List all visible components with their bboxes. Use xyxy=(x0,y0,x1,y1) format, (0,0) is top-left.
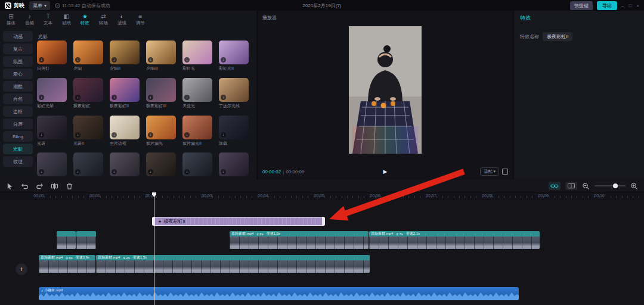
effect-thumbnail[interactable]: ↓ xyxy=(37,41,67,64)
effect-category-item[interactable]: Bling xyxy=(3,131,33,142)
video-clip-bottom-1[interactable]: 原始素材.mp4 0.6s 变速0.9x xyxy=(39,255,95,273)
media-tab[interactable]: ★ 特效 xyxy=(76,13,94,27)
effect-thumbnail[interactable]: ↓ xyxy=(146,116,176,139)
effect-thumbnail[interactable]: ↓ xyxy=(182,41,212,64)
video-clip-bottom-2[interactable]: 原始素材.mp4 4.2s 变速1.3x xyxy=(96,255,370,273)
effect-item[interactable]: ↓ xyxy=(37,152,67,180)
effect-item[interactable]: ↓ 极夜彩虹 xyxy=(73,78,103,111)
effect-category-item[interactable]: 动感 xyxy=(3,31,33,42)
redo-icon[interactable] xyxy=(36,182,44,190)
effect-thumbnail[interactable]: ↓ xyxy=(37,152,67,176)
effect-category-item[interactable]: 边框 xyxy=(3,106,33,117)
media-tab[interactable]: ≡ 调节 xyxy=(132,13,149,27)
effect-thumbnail[interactable]: ↓ xyxy=(182,116,212,139)
effect-item[interactable]: ↓ 光斑II xyxy=(73,116,103,149)
effect-item[interactable]: ↓ 夕阳 xyxy=(73,41,103,74)
effect-category-item[interactable]: 氛围 xyxy=(3,56,33,67)
effect-item[interactable]: ↓ xyxy=(182,152,212,180)
media-tab[interactable]: T 文本 xyxy=(39,13,57,27)
playhead[interactable] xyxy=(154,192,154,305)
undo-icon[interactable] xyxy=(21,182,29,190)
zoom-slider-knob[interactable] xyxy=(613,183,618,188)
video-clip-top-2[interactable]: 原始素材.mp4 2.7s 变速2.1x xyxy=(369,231,540,249)
menu-button[interactable]: 菜单 ▾ xyxy=(29,1,50,10)
effect-item[interactable]: ↓ xyxy=(73,152,103,180)
effect-item[interactable]: ↓ 极夜彩虹II xyxy=(110,78,140,111)
media-tab[interactable]: ⊞ 媒体 xyxy=(2,13,20,27)
effect-thumbnail[interactable]: ↓ xyxy=(219,78,249,102)
effect-thumbnail[interactable]: ↓ xyxy=(110,116,140,139)
effect-item[interactable]: ↓ 夕阳II xyxy=(110,41,140,74)
effect-thumbnail[interactable]: ↓ xyxy=(73,41,103,64)
effect-thumbnail[interactable]: ↓ xyxy=(37,78,67,102)
effect-category-item[interactable]: 自然 xyxy=(3,94,33,104)
effect-category-item[interactable]: 光影 xyxy=(3,144,33,154)
effect-item[interactable]: ↓ xyxy=(219,152,249,180)
media-tab[interactable]: ◧ 贴纸 xyxy=(58,13,75,27)
effect-thumbnail[interactable]: ↓ xyxy=(219,152,249,176)
effect-item[interactable]: ↓ 彩虹光II xyxy=(219,41,249,74)
effect-category-item[interactable]: 纹理 xyxy=(3,156,33,167)
video-clip-mini-1[interactable] xyxy=(57,231,76,249)
zoom-in-icon[interactable] xyxy=(630,182,638,190)
effect-thumbnail[interactable]: ↓ xyxy=(110,152,140,176)
effect-thumbnail[interactable]: ↓ xyxy=(146,78,176,102)
effect-item[interactable]: ↓ 加载 xyxy=(219,116,249,149)
audio-clip[interactable]: ♪ 小确幸.mp3 xyxy=(39,287,519,300)
link-toggle-button[interactable] xyxy=(549,182,561,190)
effect-category-item[interactable]: 爱心 xyxy=(3,69,33,79)
export-button[interactable]: 导出 xyxy=(597,1,617,10)
effect-item[interactable]: ↓ 照片边框 xyxy=(110,116,140,149)
timeline-ruler[interactable]: 00:0000:0100:0200:0300:0400:0500:0600:07… xyxy=(0,192,644,200)
effect-thumbnail[interactable]: ↓ xyxy=(110,41,140,64)
play-button[interactable]: ▶ xyxy=(383,169,388,175)
effect-item[interactable]: ↓ 光斑 xyxy=(37,116,67,149)
add-media-button[interactable]: + xyxy=(16,263,27,275)
effect-item[interactable]: ↓ 彩虹光晕 xyxy=(37,78,67,111)
video-clip-mini-2[interactable] xyxy=(76,231,96,249)
effect-category-item[interactable]: 分屏 xyxy=(3,119,33,129)
effect-category-item[interactable]: 潮酷 xyxy=(3,81,33,92)
video-preview[interactable] xyxy=(349,26,422,154)
effect-category-item[interactable]: 复古 xyxy=(3,43,33,54)
maximize-icon[interactable]: □ xyxy=(628,3,631,8)
effect-thumbnail[interactable]: ↓ xyxy=(219,116,249,139)
shortcut-button[interactable]: 快捷键 xyxy=(570,1,593,10)
effect-item[interactable]: ↓ 日落灯 xyxy=(37,41,67,74)
effect-item[interactable]: ↓ 极夜彩虹III xyxy=(146,78,176,111)
effect-thumbnail[interactable]: ↓ xyxy=(110,78,140,102)
delete-icon[interactable] xyxy=(66,182,73,190)
media-tab[interactable]: ⇄ 转场 xyxy=(95,13,112,27)
effect-item[interactable]: ↓ 夕阳III xyxy=(146,41,176,74)
effect-item[interactable]: ↓ 丁达尔光线 xyxy=(219,78,249,111)
zoom-out-icon[interactable] xyxy=(582,182,590,190)
close-icon[interactable]: × xyxy=(636,3,639,8)
effect-thumbnail[interactable]: ↓ xyxy=(146,41,176,64)
effect-thumbnail[interactable]: ↓ xyxy=(73,116,103,139)
effect-item[interactable]: ↓ 天使光 xyxy=(182,78,212,111)
clip-trim-handle-right[interactable] xyxy=(322,217,325,226)
media-tab[interactable]: ♪ 音频 xyxy=(21,13,38,27)
effect-thumbnail[interactable]: ↓ xyxy=(73,152,103,176)
split-clip-icon[interactable] xyxy=(51,182,58,190)
fullscreen-icon[interactable] xyxy=(502,169,508,175)
effect-clip-selected[interactable]: ★ 极夜彩虹II xyxy=(152,217,325,226)
effect-thumbnail[interactable]: ↓ xyxy=(146,152,176,176)
timeline-zoom-slider[interactable] xyxy=(595,185,626,186)
preview-axis-button[interactable] xyxy=(565,182,577,190)
properties-tab-effect[interactable]: 特效 xyxy=(520,14,531,22)
effect-thumbnail[interactable]: ↓ xyxy=(182,78,212,102)
effect-item[interactable]: ↓ 彩虹光 xyxy=(182,41,212,74)
video-clip-top-1[interactable]: 原始素材.mp4 2.6s 变速1.0x xyxy=(230,231,369,249)
minimize-icon[interactable]: – xyxy=(621,3,624,8)
media-tab[interactable]: ◐ 滤镜 xyxy=(113,13,131,27)
fit-mode-dropdown[interactable]: 适配 ▾ xyxy=(480,167,499,176)
effect-item[interactable]: ↓ xyxy=(146,152,176,180)
effect-thumbnail[interactable]: ↓ xyxy=(37,116,67,139)
effect-item[interactable]: ↓ 胶片漏光II xyxy=(182,116,212,149)
effect-item[interactable]: ↓ xyxy=(110,152,140,180)
effect-thumbnail[interactable]: ↓ xyxy=(73,78,103,102)
effect-item[interactable]: ↓ 胶片漏光 xyxy=(146,116,176,149)
effect-thumbnail[interactable]: ↓ xyxy=(219,41,249,64)
effect-thumbnail[interactable]: ↓ xyxy=(182,152,212,176)
